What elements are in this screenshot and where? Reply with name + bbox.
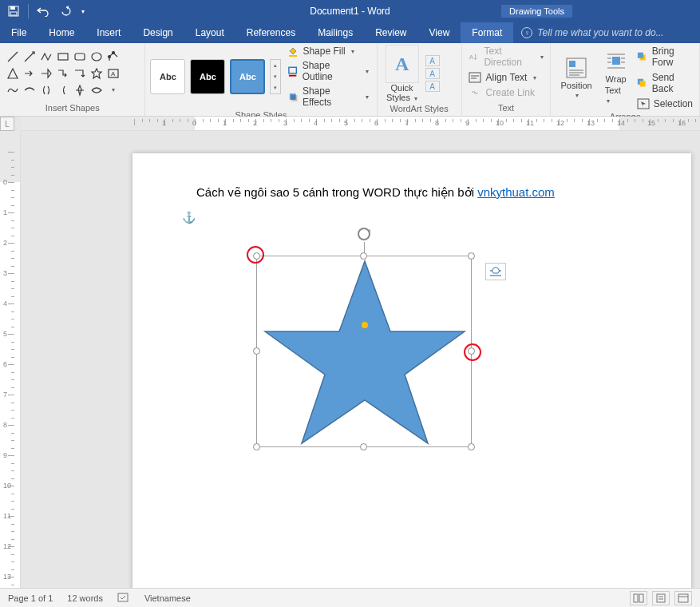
tab-insert[interactable]: Insert (85, 22, 132, 43)
wrap-text-button[interactable]: Wrap Text ▾ (600, 50, 632, 105)
resize-handle-bl[interactable] (253, 443, 260, 450)
tab-view[interactable]: View (418, 22, 461, 43)
resize-handle-tl[interactable] (253, 252, 260, 260)
resize-handle-ml[interactable] (253, 347, 260, 355)
shape-effects-button[interactable]: Shape Effects▾ (284, 85, 371, 109)
style-preset-blue[interactable]: Abc (230, 59, 265, 94)
tab-review[interactable]: Review (364, 22, 417, 43)
svg-line-3 (8, 52, 18, 61)
resize-handle-bm[interactable] (360, 443, 367, 450)
document-text[interactable]: Cách vẽ ngôi sao 5 cánh trong WORD thực … (196, 185, 627, 200)
position-button[interactable]: Position▾ (556, 57, 596, 99)
svg-rect-45 (657, 594, 665, 602)
rotate-handle[interactable] (356, 226, 372, 242)
tab-references[interactable]: References (235, 22, 306, 43)
document-link[interactable]: vnkythuat.com (477, 185, 555, 199)
shapes-gallery[interactable]: A ▾ (5, 49, 121, 98)
document-area: 012345678910111213141516 Cách vẽ ngôi sa… (0, 131, 700, 588)
text-direction-button[interactable]: A Text Direction▾ (467, 45, 546, 69)
send-backward-button[interactable]: Send Back (635, 71, 694, 95)
web-layout-button[interactable] (674, 591, 692, 605)
redo-button[interactable] (55, 2, 76, 21)
window-title: Document1 - Word (310, 6, 390, 17)
style-preset-black[interactable]: Abc (190, 59, 225, 94)
resize-handle-tm[interactable] (360, 252, 367, 260)
ribbon-tabs: File Home Insert Design Layout Reference… (0, 22, 700, 43)
svg-rect-48 (678, 594, 688, 602)
svg-rect-13 (289, 67, 296, 73)
adjustment-handle[interactable] (362, 322, 368, 328)
svg-rect-12 (289, 55, 297, 57)
quick-styles-button[interactable]: A Quick Styles ▾ (382, 45, 422, 102)
tab-file[interactable]: File (0, 22, 38, 43)
text-outline-button[interactable]: A (425, 68, 440, 79)
ribbon: A ▾ Insert Shapes Abc Abc Abc ▴▾▾ (0, 43, 700, 117)
style-gallery-more[interactable]: ▴▾▾ (270, 59, 281, 94)
status-language[interactable]: Vietnamese (144, 593, 191, 603)
layout-options-button[interactable] (485, 263, 506, 280)
tab-design[interactable]: Design (132, 22, 184, 43)
star-shape[interactable] (265, 261, 465, 443)
page: Cách vẽ ngôi sao 5 cánh trong WORD thực … (132, 153, 691, 588)
bring-forward-button[interactable]: Bring Forw (635, 45, 694, 69)
svg-rect-18 (469, 73, 481, 82)
group-text: A Text Direction▾ Align Text▾ Create Lin… (462, 43, 552, 116)
contextual-tab-label: Drawing Tools (501, 5, 572, 18)
svg-rect-36 (639, 81, 645, 86)
svg-rect-43 (634, 594, 638, 602)
svg-rect-2 (10, 12, 17, 15)
resize-handle-tr[interactable] (468, 252, 475, 260)
proofing-icon[interactable] (117, 592, 130, 605)
group-label-text: Text (467, 101, 546, 114)
align-text-button[interactable]: Align Text▾ (467, 71, 539, 84)
tab-selector[interactable]: L (0, 117, 14, 131)
save-button[interactable] (3, 2, 24, 21)
tab-format[interactable]: Format (461, 22, 513, 43)
vertical-ruler[interactable]: 012345678910111213141516 (0, 131, 21, 588)
tell-me-placeholder: Tell me what you want to do... (537, 27, 663, 38)
shape-style-gallery[interactable]: Abc Abc Abc ▴▾▾ (150, 59, 281, 94)
tell-me-search[interactable]: ♀ Tell me what you want to do... (513, 22, 700, 43)
status-page[interactable]: Page 1 of 1 (8, 593, 53, 603)
text-fill-button[interactable]: A (425, 55, 440, 66)
status-bar: Page 1 of 1 12 words Vietnamese (0, 588, 700, 607)
selection-pane-button[interactable]: Selection (635, 97, 694, 110)
group-label-insert-shapes: Insert Shapes (5, 101, 140, 114)
group-label-wordart: WordArt Styles (382, 102, 457, 115)
undo-button[interactable] (33, 2, 53, 21)
group-wordart-styles: A Quick Styles ▾ A A A WordArt Styles (378, 43, 462, 116)
horizontal-ruler[interactable]: 101234567891011121314151617 (21, 117, 700, 131)
tab-mailings[interactable]: Mailings (306, 22, 364, 43)
status-words[interactable]: 12 words (67, 593, 103, 603)
resize-handle-mr[interactable] (468, 347, 475, 355)
svg-text:A: A (111, 70, 116, 77)
svg-point-38 (358, 228, 370, 240)
document-scroll[interactable]: Cách vẽ ngôi sao 5 cánh trong WORD thực … (21, 131, 700, 588)
svg-rect-26 (612, 57, 620, 65)
svg-text:A: A (469, 54, 473, 61)
svg-rect-44 (639, 594, 643, 602)
svg-rect-1 (10, 6, 15, 10)
tab-layout[interactable]: Layout (184, 22, 235, 43)
create-link-button[interactable]: Create Link (467, 86, 536, 99)
group-shape-styles: Abc Abc Abc ▴▾▾ Shape Fill▾ Shape Outlin… (145, 43, 377, 116)
svg-rect-5 (58, 54, 68, 60)
title-bar: ▾ Document1 - Word Drawing Tools (0, 0, 700, 22)
resize-handle-br[interactable] (468, 443, 475, 450)
anchor-icon: ⚓ (182, 211, 196, 224)
lightbulb-icon: ♀ (521, 27, 532, 38)
qat-customize-button[interactable]: ▾ (77, 2, 89, 21)
read-mode-button[interactable] (630, 591, 647, 605)
shape-selection[interactable] (256, 256, 472, 447)
svg-rect-34 (638, 53, 643, 58)
textbox-icon[interactable]: A (105, 65, 121, 81)
text-effects-button[interactable]: A (425, 81, 440, 92)
svg-rect-14 (289, 75, 296, 77)
shape-outline-button[interactable]: Shape Outline▾ (284, 59, 371, 83)
tab-home[interactable]: Home (38, 22, 85, 43)
shape-fill-button[interactable]: Shape Fill▾ (284, 45, 371, 58)
edit-shape-icon[interactable] (105, 49, 121, 65)
style-preset-white[interactable]: Abc (150, 59, 185, 94)
print-layout-button[interactable] (652, 591, 670, 605)
svg-rect-22 (569, 61, 575, 67)
